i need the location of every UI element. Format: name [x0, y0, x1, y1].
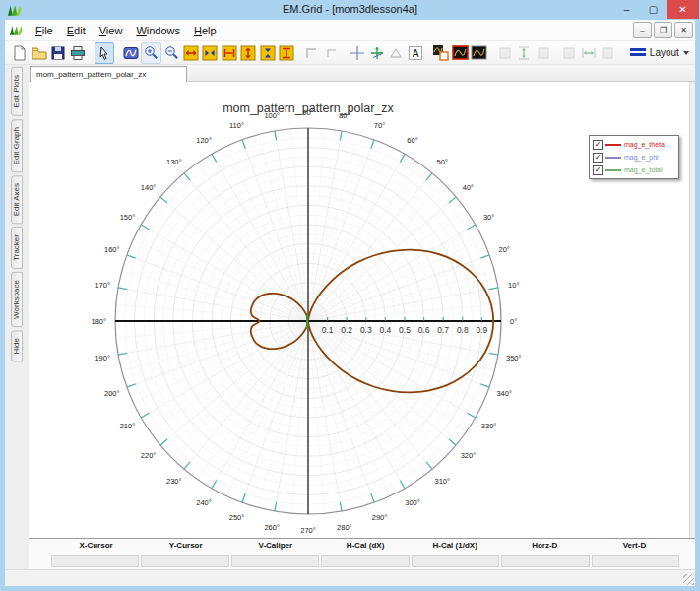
plot-window-button[interactable]	[471, 43, 489, 63]
angle-tick	[184, 173, 190, 180]
legend-line-sample	[605, 157, 621, 159]
axes-tool-button[interactable]	[367, 43, 386, 63]
tracker-value-cell[interactable]	[592, 555, 679, 567]
shrink-y-button[interactable]	[259, 43, 278, 63]
expand-y-button[interactable]	[239, 43, 258, 63]
print-icon	[70, 45, 86, 61]
tracker-value-cell[interactable]	[231, 555, 319, 567]
angle-tick	[449, 197, 456, 203]
tile-right-button[interactable]	[599, 43, 617, 63]
tile-bottom-button[interactable]	[535, 43, 553, 63]
angle-label: 60°	[407, 136, 417, 145]
angle-tick	[371, 493, 374, 502]
angle-tick	[242, 493, 245, 502]
radial-tick-label: 0.2	[341, 325, 352, 335]
angle-label: 270°	[300, 526, 316, 535]
new-file-button[interactable]	[11, 43, 30, 63]
maximize-button[interactable]: ▢	[640, 0, 667, 19]
menu-view[interactable]: View	[93, 23, 130, 38]
title-bar[interactable]: EM.Grid - [mom3dlesson4a] – ▢ ✕	[0, 0, 700, 20]
triangle-marker-button[interactable]	[387, 43, 406, 63]
angle-tick	[118, 353, 127, 355]
layout-menu-button[interactable]: Layout	[624, 45, 695, 61]
layout-menu-label: Layout	[650, 47, 679, 58]
crosshair-button[interactable]	[349, 43, 367, 63]
print-button[interactable]	[69, 43, 88, 63]
plot-title: mom_pattern_pattern_polar_zx	[223, 101, 394, 115]
tracker-value-cell[interactable]	[321, 555, 409, 567]
caliper-corner-2-button[interactable]	[323, 43, 342, 63]
sidebar-tab-edit-plots[interactable]: Edit Plots	[11, 67, 23, 116]
angle-tick	[212, 481, 217, 489]
open-file-button[interactable]	[31, 43, 49, 63]
mdi-minimize-button[interactable]: –	[633, 22, 652, 38]
tile-top-button[interactable]	[496, 43, 515, 63]
zoom-out-button[interactable]	[162, 43, 181, 63]
angle-tick	[371, 140, 374, 149]
angle-label: 280°	[337, 523, 352, 532]
tile-left-button[interactable]	[560, 43, 579, 63]
tile-top-icon	[498, 46, 512, 60]
menu-help[interactable]: Help	[187, 23, 223, 38]
angle-label: 300°	[405, 498, 420, 507]
menu-edit[interactable]: Edit	[60, 23, 93, 38]
close-button[interactable]: ✕	[667, 0, 699, 19]
plot-window-active-button[interactable]	[451, 43, 470, 63]
plot-properties-button[interactable]	[122, 43, 141, 63]
sidebar-tab-hide[interactable]: Hide	[11, 330, 23, 361]
angle-tick	[340, 131, 342, 140]
distribute-horizontal-button[interactable]	[579, 43, 598, 63]
angle-label: 240°	[196, 498, 212, 507]
save-button[interactable]	[49, 43, 68, 63]
menu-file[interactable]: File	[29, 23, 60, 38]
angle-label: 20°	[499, 245, 510, 254]
angle-tick	[127, 384, 136, 387]
radial-tick-label: 0.5	[399, 325, 411, 335]
resize-grip[interactable]	[683, 574, 694, 585]
tracker-value-cell[interactable]	[412, 555, 499, 567]
document-tab-bar: mom_pattern_pattern_polar_zx	[29, 65, 695, 82]
plot-canvas[interactable]: 0°10°20°30°40°50°60°70°80°90°100°110°120…	[29, 82, 695, 538]
vertical-scrollbar[interactable]	[689, 82, 695, 538]
overlay-plots-button[interactable]	[431, 43, 450, 63]
legend-checkbox-mag_e_total[interactable]: ✓	[593, 165, 603, 175]
document-tab-active[interactable]: mom_pattern_pattern_polar_zx	[30, 66, 187, 82]
legend[interactable]: ✓mag_e_theta✓mag_e_phi✓mag_e_total	[589, 135, 679, 179]
pointer-tool-button[interactable]	[95, 42, 115, 64]
sidebar-tab-edit-axes[interactable]: Edit Axes	[11, 175, 23, 224]
angle-label: 120°	[196, 136, 212, 145]
zoom-out-icon	[164, 45, 179, 60]
tracker-value-cell[interactable]	[501, 555, 589, 567]
tracker-value-cell[interactable]	[51, 555, 139, 567]
sidebar-tab-workspace[interactable]: Workspace	[11, 272, 23, 327]
angle-tick	[426, 462, 432, 469]
zoom-in-button[interactable]	[141, 42, 161, 64]
corner-marker2-icon	[324, 45, 340, 61]
mdi-restore-button[interactable]: ❐	[654, 22, 672, 38]
angle-label: 320°	[461, 451, 477, 460]
sidebar-tab-tracker[interactable]: Tracker	[11, 227, 23, 269]
mdi-close-button[interactable]: ✕	[674, 22, 693, 38]
angle-label: 190°	[95, 354, 110, 362]
fit-y-button[interactable]	[278, 43, 296, 63]
sidebar-tab-edit-graph[interactable]: Edit Graph	[11, 119, 23, 172]
tracker-value-cell[interactable]	[141, 555, 228, 567]
angle-label: 130°	[166, 158, 182, 166]
menu-windows[interactable]: Windows	[129, 23, 187, 38]
legend-row-mag_e_phi: ✓mag_e_phi	[593, 151, 675, 164]
tracker-panel: X-CursorY-CursorV-CaliperH-Cal (dX)H-Cal…	[29, 538, 695, 569]
minimize-button[interactable]: –	[613, 0, 640, 19]
expand-x-button[interactable]	[181, 43, 200, 63]
angle-label: 0°	[510, 317, 517, 326]
tile-left-icon	[562, 46, 576, 60]
zoom-in-icon	[144, 45, 159, 60]
caliper-corner-1-button[interactable]	[303, 43, 322, 63]
legend-checkbox-mag_e_phi[interactable]: ✓	[593, 153, 603, 163]
distribute-vertical-button[interactable]	[515, 43, 534, 63]
legend-checkbox-mag_e_theta[interactable]: ✓	[593, 140, 603, 150]
fit-x-button[interactable]	[220, 43, 238, 63]
tracker-column-label: X-Cursor	[51, 541, 141, 553]
fit-y-icon	[279, 45, 294, 61]
shrink-x-button[interactable]	[201, 43, 220, 63]
text-label-button[interactable]: A	[406, 43, 424, 63]
